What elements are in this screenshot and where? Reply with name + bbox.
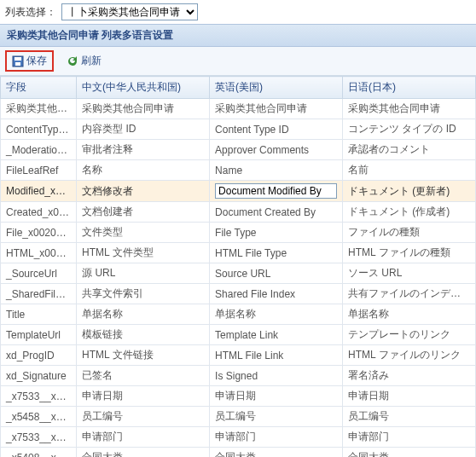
- cell[interactable]: 员工编号: [343, 407, 476, 427]
- table-row[interactable]: _SourceUrl源 URLSource URLソース URL: [1, 263, 476, 284]
- cell[interactable]: ContentTypeId: [1, 119, 77, 140]
- col-zh[interactable]: 中文(中华人民共和国): [77, 77, 210, 99]
- cell[interactable]: Is Signed: [210, 366, 343, 386]
- col-en[interactable]: 英语(美国): [210, 77, 343, 99]
- table-row[interactable]: _ModerationCom..审批者注释Approver Comments承認…: [1, 140, 476, 160]
- cell[interactable]: 单据名称: [210, 304, 343, 325]
- cell[interactable]: 申请部门: [77, 427, 210, 448]
- cell[interactable]: File Type: [210, 223, 343, 243]
- cell[interactable]: 承認者のコメント: [343, 140, 476, 160]
- cell[interactable]: HTML File Type: [210, 243, 343, 263]
- cell[interactable]: 员工编号: [210, 407, 343, 427]
- cell[interactable]: ドキュメント (更新者): [343, 181, 476, 202]
- table-row[interactable]: _x7533__x8bf7_..申请日期申请日期申请日期: [1, 386, 476, 407]
- list-select[interactable]: 丨卜采购类其他合同申请: [61, 3, 198, 20]
- cell[interactable]: 源 URL: [77, 263, 210, 284]
- cell[interactable]: 单据名称: [343, 304, 476, 325]
- save-button[interactable]: 保存: [5, 50, 54, 72]
- cell[interactable]: 文件类型: [77, 223, 210, 243]
- cell[interactable]: HTML 文件链接: [77, 345, 210, 366]
- cell[interactable]: TemplateUrl: [1, 325, 77, 345]
- cell[interactable]: HTML ファイルのリンク: [343, 345, 476, 366]
- cell[interactable]: HTML 文件类型: [77, 243, 210, 263]
- cell[interactable]: 采购类其他合同..: [1, 99, 77, 119]
- table-row[interactable]: File_x0020_Type文件类型File Typeファイルの種類: [1, 223, 476, 243]
- cell-editor[interactable]: [215, 183, 337, 199]
- cell[interactable]: テンプレートのリンク: [343, 325, 476, 345]
- table-row[interactable]: ContentTypeId内容类型 IDContent Type IDコンテンツ…: [1, 119, 476, 140]
- cell[interactable]: File_x0020_Type: [1, 223, 77, 243]
- cell[interactable]: 申请日期: [210, 386, 343, 407]
- cell[interactable]: 合同大类: [210, 448, 343, 458]
- cell[interactable]: _x7533__x8bf7_..: [1, 427, 77, 448]
- table-row[interactable]: _x7533__x8bf7_..申请部门申请部门申请部门: [1, 427, 476, 448]
- table-row[interactable]: _SharedFileIndex共享文件索引Shared File Index共…: [1, 284, 476, 304]
- cell[interactable]: 名前: [343, 160, 476, 181]
- cell[interactable]: ファイルの種類: [343, 223, 476, 243]
- table-row[interactable]: xd_Signature已签名Is Signed署名済み: [1, 366, 476, 386]
- cell[interactable]: Document Created By: [210, 202, 343, 223]
- cell[interactable]: HTML File Link: [210, 345, 343, 366]
- cell[interactable]: _x5408__x540c_..: [1, 448, 77, 458]
- cell[interactable]: Template Link: [210, 325, 343, 345]
- table-row[interactable]: Modified_x0020_..文档修改者ドキュメント (更新者): [1, 181, 476, 202]
- cell[interactable]: 合同大类: [77, 448, 210, 458]
- cell[interactable]: 申请部门: [343, 427, 476, 448]
- table-row[interactable]: TemplateUrl模板链接Template Linkテンプレートのリンク: [1, 325, 476, 345]
- page-title: 采购类其他合同申请 列表多语言设置: [0, 24, 476, 47]
- table-row[interactable]: _x5458__x5de5_..员工编号员工编号员工编号: [1, 407, 476, 427]
- cell[interactable]: 审批者注释: [77, 140, 210, 160]
- cell[interactable]: _x5458__x5de5_..: [1, 407, 77, 427]
- refresh-button[interactable]: 刷新: [61, 50, 107, 72]
- cell[interactable]: 内容类型 ID: [77, 119, 210, 140]
- cell[interactable]: Created_x0020_By: [1, 202, 77, 223]
- cell[interactable]: Title: [1, 304, 77, 325]
- cell[interactable]: 名称: [77, 160, 210, 181]
- cell[interactable]: _ModerationCom..: [1, 140, 77, 160]
- table-row[interactable]: HTML_x0020_Fil..HTML 文件类型HTML File TypeH…: [1, 243, 476, 263]
- cell[interactable]: Shared File Index: [210, 284, 343, 304]
- cell[interactable]: _SharedFileIndex: [1, 284, 77, 304]
- cell[interactable]: Modified_x0020_..: [1, 181, 77, 202]
- cell[interactable]: 申请部门: [210, 427, 343, 448]
- cell[interactable]: _SourceUrl: [1, 263, 77, 284]
- table-row[interactable]: Title单据名称单据名称单据名称: [1, 304, 476, 325]
- cell[interactable]: 文档创建者: [77, 202, 210, 223]
- table-row[interactable]: FileLeafRef名称Name名前: [1, 160, 476, 181]
- cell[interactable]: Source URL: [210, 263, 343, 284]
- cell[interactable]: コンテンツ タイプの ID: [343, 119, 476, 140]
- cell[interactable]: 单据名称: [77, 304, 210, 325]
- cell[interactable]: Content Type ID: [210, 119, 343, 140]
- cell[interactable]: FileLeafRef: [1, 160, 77, 181]
- table-row[interactable]: xd_ProgIDHTML 文件链接HTML File LinkHTML ファイ…: [1, 345, 476, 366]
- col-jp[interactable]: 日语(日本): [343, 77, 476, 99]
- cell[interactable]: 合同大类: [343, 448, 476, 458]
- cell[interactable]: xd_ProgID: [1, 345, 77, 366]
- col-field[interactable]: 字段: [1, 77, 77, 99]
- cell[interactable]: xd_Signature: [1, 366, 77, 386]
- cell[interactable]: 署名済み: [343, 366, 476, 386]
- cell[interactable]: HTML_x0020_Fil..: [1, 243, 77, 263]
- cell[interactable]: ソース URL: [343, 263, 476, 284]
- cell[interactable]: 申请日期: [343, 386, 476, 407]
- cell[interactable]: 文档修改者: [77, 181, 210, 202]
- cell[interactable]: HTML ファイルの種類: [343, 243, 476, 263]
- table-row[interactable]: _x5408__x540c_..合同大类合同大类合同大类: [1, 448, 476, 458]
- cell[interactable]: Approver Comments: [210, 140, 343, 160]
- cell[interactable]: 共享文件索引: [77, 284, 210, 304]
- table-row[interactable]: 采购类其他合同..采购类其他合同申请采购类其他合同申请采购类其他合同申请: [1, 99, 476, 119]
- cell[interactable]: 共有ファイルのインデックス: [343, 284, 476, 304]
- cell[interactable]: 模板链接: [77, 325, 210, 345]
- table-row[interactable]: Created_x0020_By文档创建者Document Created By…: [1, 202, 476, 223]
- cell[interactable]: [210, 181, 343, 202]
- cell[interactable]: 采购类其他合同申请: [210, 99, 343, 119]
- cell[interactable]: 已签名: [77, 366, 210, 386]
- cell[interactable]: 采购类其他合同申请: [343, 99, 476, 119]
- toolbar: 保存 刷新: [0, 47, 476, 76]
- cell[interactable]: 申请日期: [77, 386, 210, 407]
- cell[interactable]: 采购类其他合同申请: [77, 99, 210, 119]
- cell[interactable]: 员工编号: [77, 407, 210, 427]
- cell[interactable]: Name: [210, 160, 343, 181]
- cell[interactable]: ドキュメント (作成者): [343, 202, 476, 223]
- cell[interactable]: _x7533__x8bf7_..: [1, 386, 77, 407]
